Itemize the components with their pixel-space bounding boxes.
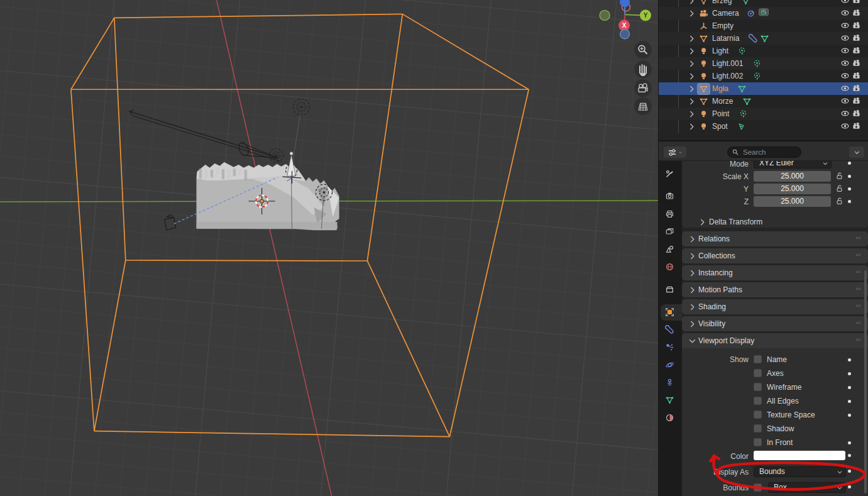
tab-scene[interactable] — [665, 245, 676, 255]
chevron-right-icon[interactable] — [687, 84, 696, 94]
chevron-right-icon[interactable] — [687, 97, 696, 106]
tab-material[interactable] — [665, 413, 676, 424]
visibility-eye-icon[interactable] — [840, 71, 850, 81]
render-camera-icon[interactable] — [852, 46, 862, 56]
editor-type-button[interactable] — [664, 146, 686, 158]
checkbox-shadow[interactable] — [754, 424, 762, 433]
visibility-eye-icon[interactable] — [840, 46, 850, 56]
visibility-eye-icon[interactable] — [840, 21, 850, 31]
animate-dot[interactable] — [848, 386, 851, 389]
lock-open-icon[interactable] — [835, 184, 845, 194]
outliner-row-mg-a[interactable]: Mgła — [659, 82, 868, 95]
scrollbar[interactable] — [864, 270, 867, 493]
tab-object-data[interactable] — [665, 395, 676, 406]
checkbox-axes[interactable] — [754, 369, 762, 377]
outliner-row-empty[interactable]: Empty — [659, 19, 868, 32]
search-box[interactable] — [727, 146, 801, 158]
animate-dot[interactable] — [848, 454, 851, 457]
animate-dot[interactable] — [848, 441, 851, 444]
bounds-checkbox[interactable] — [754, 483, 762, 492]
animate-dot[interactable] — [848, 485, 851, 488]
animate-dot[interactable] — [848, 372, 851, 375]
render-camera-icon[interactable] — [852, 96, 862, 106]
render-camera-icon[interactable] — [852, 84, 862, 94]
panel-visibility[interactable]: Visibility — [682, 316, 868, 331]
panel-shading[interactable]: Shading — [682, 299, 868, 314]
visibility-eye-icon[interactable] — [840, 121, 850, 131]
checkbox-wireframe[interactable] — [754, 383, 762, 391]
lock-open-icon[interactable] — [835, 196, 845, 206]
animate-dot[interactable] — [848, 162, 851, 165]
scale-y-field[interactable]: 25.000 — [754, 184, 831, 194]
tab-tool[interactable] — [665, 169, 676, 180]
tab-collection[interactable] — [665, 285, 676, 295]
filter-dropdown-button[interactable] — [849, 146, 864, 158]
chevron-right-icon[interactable] — [687, 109, 696, 119]
scale-z-field[interactable]: 25.000 — [754, 196, 831, 207]
outliner-row-light[interactable]: Light — [659, 45, 868, 57]
outliner-row-camera[interactable]: Camera — [659, 7, 868, 19]
render-camera-icon[interactable] — [852, 58, 862, 69]
chevron-right-icon[interactable] — [687, 122, 696, 131]
checkbox-texture-space[interactable] — [754, 411, 762, 419]
chevron-right-icon[interactable] — [687, 0, 696, 6]
animate-dot[interactable] — [848, 470, 851, 473]
chevron-right-icon[interactable] — [687, 47, 696, 56]
expand-chevron-icon[interactable] — [687, 59, 696, 69]
expand-chevron-icon[interactable] — [687, 109, 696, 119]
chevron-right-icon[interactable] — [687, 34, 696, 43]
tab-view-layer[interactable] — [665, 227, 676, 238]
chevron-right-icon[interactable] — [687, 59, 696, 69]
animate-dot[interactable] — [848, 200, 851, 203]
animate-dot[interactable] — [848, 187, 851, 190]
tab-constraints[interactable] — [665, 378, 676, 389]
color-swatch[interactable] — [754, 451, 845, 460]
render-camera-icon[interactable] — [852, 33, 862, 43]
panel-relations[interactable]: Relations — [682, 231, 868, 246]
visibility-eye-icon[interactable] — [840, 96, 850, 106]
grip-icon[interactable] — [854, 321, 862, 327]
checkbox-all-edges[interactable] — [754, 397, 762, 405]
outliner-row-brzeg[interactable]: Brzeg — [659, 0, 868, 7]
grip-icon[interactable] — [854, 287, 862, 293]
panel-motion-paths[interactable]: Motion Paths — [682, 282, 868, 297]
chevron-right-icon[interactable] — [687, 9, 696, 18]
grip-icon[interactable] — [854, 236, 862, 242]
outliner-row-morze[interactable]: Morze — [659, 95, 868, 107]
animate-dot[interactable] — [848, 414, 851, 417]
tab-modifiers[interactable] — [665, 325, 676, 336]
search-input[interactable] — [742, 148, 797, 157]
visibility-eye-icon[interactable] — [840, 84, 850, 94]
tab-output[interactable] — [665, 209, 676, 220]
chevron-right-icon[interactable] — [687, 72, 696, 81]
visibility-eye-icon[interactable] — [840, 33, 850, 43]
display-as-dropdown[interactable]: Bounds — [754, 466, 846, 477]
animate-dot[interactable] — [848, 358, 851, 361]
grip-icon[interactable] — [854, 338, 862, 344]
tab-object[interactable] — [665, 307, 676, 318]
expand-chevron-icon[interactable] — [687, 0, 696, 6]
visibility-eye-icon[interactable] — [840, 109, 850, 119]
tab-render[interactable] — [665, 191, 676, 202]
animate-dot[interactable] — [848, 400, 851, 403]
scale-x-field[interactable]: 25.000 — [754, 171, 831, 182]
tab-particles[interactable] — [665, 343, 676, 353]
checkbox-in-front[interactable] — [754, 438, 762, 446]
outliner-row-point[interactable]: Point — [659, 107, 868, 120]
expand-chevron-icon[interactable] — [687, 72, 696, 81]
visibility-eye-icon[interactable] — [840, 58, 850, 69]
delta-transform-subpanel[interactable]: Delta Transform — [698, 216, 762, 228]
visibility-eye-icon[interactable] — [840, 8, 850, 18]
expand-chevron-icon[interactable] — [687, 122, 696, 131]
lock-open-icon[interactable] — [835, 171, 845, 181]
render-camera-icon[interactable] — [852, 0, 862, 6]
render-camera-icon[interactable] — [852, 71, 862, 81]
3d-viewport[interactable]: YX — [0, 0, 659, 496]
render-camera-icon[interactable] — [852, 109, 862, 119]
panel-collections[interactable]: Collections — [682, 248, 868, 263]
animate-dot[interactable] — [848, 175, 851, 178]
checkbox-name[interactable] — [754, 355, 762, 363]
visibility-eye-icon[interactable] — [840, 0, 850, 6]
expand-chevron-icon[interactable] — [687, 84, 696, 94]
bounds-dropdown[interactable]: Box — [768, 482, 846, 493]
